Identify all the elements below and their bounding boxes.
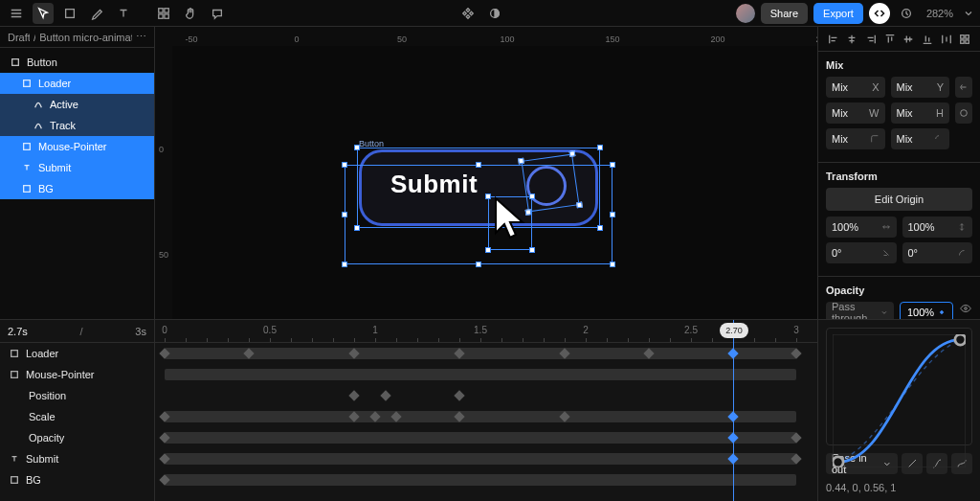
menu-icon[interactable] xyxy=(6,3,27,24)
history-icon[interactable] xyxy=(896,3,917,24)
assets-icon[interactable] xyxy=(153,3,174,24)
align-left-icon[interactable] xyxy=(827,33,840,46)
mix-x[interactable]: MixX xyxy=(826,77,885,98)
layer-bg[interactable]: BG xyxy=(0,178,154,199)
svg-rect-4 xyxy=(165,13,168,17)
align-hcenter-icon[interactable] xyxy=(845,33,858,46)
scale-y-field[interactable]: 100% xyxy=(902,216,973,238)
track-bg[interactable] xyxy=(155,469,817,490)
pen-tool-icon[interactable] xyxy=(86,3,107,24)
easing-values[interactable]: 0.44, 0, 0.56, 1 xyxy=(826,482,972,493)
share-button[interactable]: Share xyxy=(761,3,808,24)
svg-rect-12 xyxy=(966,34,969,37)
vector-icon xyxy=(33,120,44,131)
layer-button[interactable]: Button xyxy=(0,52,154,73)
mix-y[interactable]: MixY xyxy=(891,77,950,98)
text-icon xyxy=(10,454,20,465)
track-opacity[interactable] xyxy=(155,427,817,448)
tidy-icon[interactable] xyxy=(958,33,971,46)
track-loader[interactable] xyxy=(155,343,817,364)
layer-track[interactable]: Track xyxy=(0,115,154,136)
timeline-row-bg[interactable]: BG xyxy=(0,469,154,490)
timeline-panel: 2.7s / 3s LoaderMouse-PointerPositionSca… xyxy=(0,319,817,501)
export-button[interactable]: Export xyxy=(813,3,863,24)
timeline-row-position[interactable]: Position xyxy=(0,385,154,406)
current-time[interactable]: 2.7s xyxy=(8,326,28,337)
mouse-pointer-layer[interactable] xyxy=(490,194,528,242)
svg-rect-3 xyxy=(159,13,163,17)
layer-submit[interactable]: Submit xyxy=(0,157,154,178)
timeline-row-mouse-pointer[interactable]: Mouse-Pointer xyxy=(0,364,154,385)
track-position[interactable] xyxy=(155,385,817,406)
keyframe[interactable] xyxy=(380,390,390,400)
svg-point-22 xyxy=(955,334,966,345)
transform-section: Transform Edit Origin 100% 100% 0° 0° xyxy=(818,163,980,277)
mix-corner[interactable]: Mix xyxy=(826,128,885,149)
mix-constrain-icon[interactable] xyxy=(955,102,972,124)
keyframe[interactable] xyxy=(348,390,359,400)
chevron-down-icon[interactable] xyxy=(963,3,974,24)
frame-icon xyxy=(10,475,20,486)
frame-icon xyxy=(10,57,21,68)
rotation-2-field[interactable]: 0° xyxy=(902,242,973,263)
dev-mode-button[interactable] xyxy=(869,3,890,24)
svg-rect-14 xyxy=(966,39,969,42)
frame-tool-icon[interactable] xyxy=(59,3,80,24)
svg-rect-8 xyxy=(24,80,31,87)
svg-rect-7 xyxy=(12,59,19,66)
align-right-icon[interactable] xyxy=(864,33,878,46)
mix-title: Mix xyxy=(826,59,972,71)
breadcrumb-overflow-icon[interactable]: ⋯ xyxy=(136,31,146,43)
layer-loader[interactable]: Loader xyxy=(0,73,154,94)
mix-corner-2[interactable]: Mix xyxy=(891,128,950,149)
layer-mouse-pointer[interactable]: Mouse-Pointer xyxy=(0,136,154,157)
mix-type-reset[interactable] xyxy=(955,77,972,98)
hand-tool-icon[interactable] xyxy=(180,3,201,24)
component-icon[interactable] xyxy=(457,3,479,24)
svg-point-23 xyxy=(833,457,843,467)
easing-graph[interactable] xyxy=(826,328,972,445)
mix-w[interactable]: MixW xyxy=(826,102,885,124)
svg-rect-16 xyxy=(940,310,945,315)
playhead[interactable]: 2.70 xyxy=(733,320,734,501)
breadcrumb-folder: Drafts xyxy=(8,32,30,43)
keyframe[interactable] xyxy=(454,390,464,400)
mix-section: Mix MixX MixY MixW MixH Mix Mix xyxy=(818,52,980,163)
frame-icon xyxy=(21,141,33,152)
track-scale[interactable] xyxy=(155,406,817,427)
svg-rect-13 xyxy=(961,39,964,42)
user-avatar[interactable] xyxy=(736,4,755,23)
svg-rect-20 xyxy=(11,476,18,483)
text-tool-icon[interactable] xyxy=(113,3,134,24)
align-bottom-icon[interactable] xyxy=(921,33,934,46)
track-mouse-pointer[interactable] xyxy=(155,364,817,385)
edit-origin-button[interactable]: Edit Origin xyxy=(826,188,972,211)
easing-panel: Ease in out 0.44, 0, 0.56, 1 xyxy=(817,319,980,501)
distribute-icon[interactable] xyxy=(940,33,953,46)
track-submit[interactable] xyxy=(155,448,817,469)
rotation-field[interactable]: 0° xyxy=(826,242,897,263)
timeline-row-loader[interactable]: Loader xyxy=(0,343,154,364)
align-top-icon[interactable] xyxy=(883,33,897,46)
opacity-title: Opacity xyxy=(826,285,972,296)
vector-icon xyxy=(33,99,44,110)
svg-point-17 xyxy=(965,307,968,310)
move-tool-icon[interactable] xyxy=(33,3,54,24)
frame-icon xyxy=(10,349,20,359)
frame-icon xyxy=(10,370,20,380)
timeline-ruler[interactable]: 00.511.522.53 xyxy=(155,320,817,343)
align-vcenter-icon[interactable] xyxy=(902,33,915,46)
comment-tool-icon[interactable] xyxy=(207,3,228,24)
svg-rect-0 xyxy=(66,9,75,17)
mix-h[interactable]: MixH xyxy=(891,102,950,124)
timeline-row-scale[interactable]: Scale xyxy=(0,406,154,427)
zoom-level[interactable]: 282% xyxy=(923,8,957,19)
breadcrumb[interactable]: Drafts / Button micro-animation… ⋯ xyxy=(0,27,154,48)
mask-icon[interactable] xyxy=(484,3,505,24)
timeline-row-opacity[interactable]: Opacity xyxy=(0,427,154,448)
timeline-row-submit[interactable]: Submit xyxy=(0,448,154,469)
total-duration[interactable]: 3s xyxy=(135,326,146,337)
horizontal-ruler: -50050100150200250 xyxy=(172,27,817,46)
scale-x-field[interactable]: 100% xyxy=(826,216,897,238)
layer-active[interactable]: Active xyxy=(0,94,154,115)
